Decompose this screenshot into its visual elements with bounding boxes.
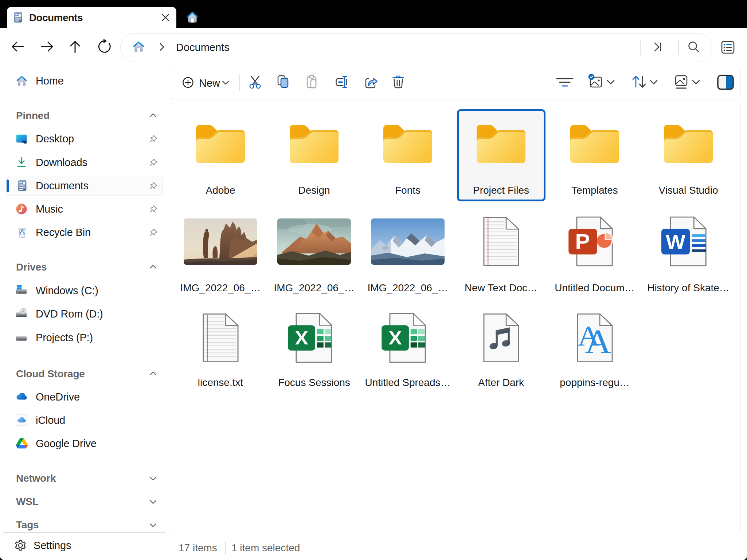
svg-text:X: X [388, 327, 402, 348]
svg-text:A: A [585, 323, 611, 360]
svg-text:X: X [295, 327, 308, 348]
svg-text:W: W [666, 231, 685, 253]
svg-text:P: P [575, 229, 590, 253]
